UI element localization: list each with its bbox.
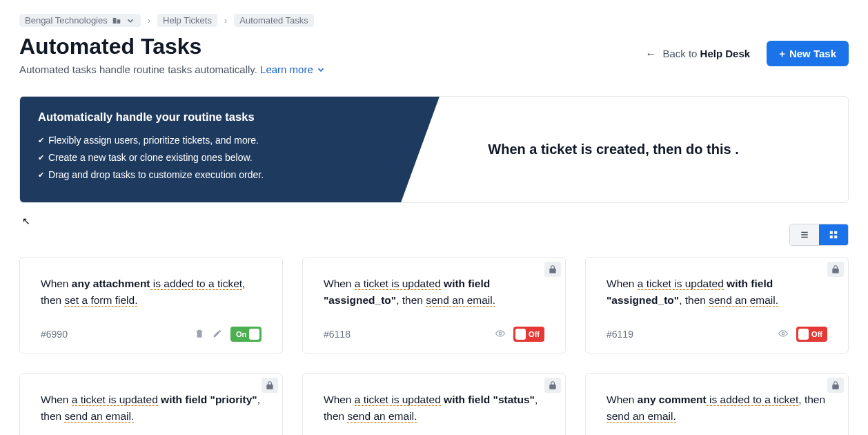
- breadcrumb-separator: ›: [221, 15, 230, 26]
- task-card[interactable]: When a ticket is updated with field "ass…: [302, 257, 566, 354]
- trash-icon[interactable]: [195, 329, 204, 340]
- back-link[interactable]: ← Back to Help Desk: [645, 48, 750, 59]
- grid-icon: [829, 230, 838, 240]
- lock-icon: [544, 378, 561, 393]
- svg-rect-7: [830, 235, 833, 238]
- plus-icon: +: [779, 48, 785, 59]
- task-id: #6118: [324, 329, 351, 340]
- task-description: When a ticket is updated with field "sta…: [324, 392, 544, 425]
- task-card-footer: #6118Off: [324, 327, 544, 342]
- lock-icon: [827, 262, 844, 277]
- task-id: #6990: [41, 329, 68, 340]
- hero-preview-text: When a ticket is created, then do this .: [379, 97, 848, 202]
- org-icon: [112, 16, 121, 26]
- hero-title: Automatically handle your routine tasks: [38, 110, 361, 124]
- svg-point-9: [499, 332, 502, 335]
- svg-rect-6: [834, 231, 837, 234]
- svg-rect-5: [830, 231, 833, 234]
- task-description: When a ticket is updated with field "ass…: [324, 276, 544, 309]
- task-card-footer: #6990On: [41, 327, 262, 342]
- hero-bullet: Drag and drop tasks to customize executi…: [38, 166, 361, 184]
- svg-rect-1: [117, 19, 120, 23]
- grid-view-button[interactable]: [819, 224, 848, 245]
- breadcrumb-org[interactable]: Bengal Technologies: [19, 14, 141, 27]
- breadcrumb-help-tickets[interactable]: Help Tickets: [157, 14, 217, 27]
- task-description: When any attachment is added to a ticket…: [41, 276, 262, 309]
- list-icon: [800, 230, 809, 240]
- svg-rect-0: [113, 17, 117, 23]
- task-actions: Off: [495, 327, 544, 342]
- task-card[interactable]: When a ticket is updated with field "sta…: [302, 373, 566, 435]
- svg-point-10: [782, 332, 785, 335]
- task-description: When any comment is added to a ticket, t…: [606, 392, 827, 425]
- task-description: When a ticket is updated with field "ass…: [606, 276, 827, 309]
- chevron-down-icon: [126, 16, 135, 26]
- eye-icon[interactable]: [495, 329, 505, 340]
- arrow-left-icon: ←: [645, 48, 655, 59]
- hero-bullet: Create a new task or clone existing ones…: [38, 149, 361, 166]
- hero-banner: Automatically handle your routine tasks …: [19, 96, 849, 203]
- task-toggle[interactable]: On: [230, 327, 262, 342]
- breadcrumb: Bengal Technologies › Help Tickets › Aut…: [19, 14, 849, 27]
- task-card[interactable]: When any comment is added to a ticket, t…: [585, 373, 849, 435]
- lock-icon: [827, 378, 844, 393]
- lock-icon: [544, 262, 561, 277]
- task-description: When a ticket is updated with field "pri…: [41, 392, 262, 425]
- task-card[interactable]: When a ticket is updated with field "pri…: [19, 373, 283, 435]
- tasks-grid: When any attachment is added to a ticket…: [19, 257, 849, 435]
- page-title: Automated Tasks: [19, 34, 326, 59]
- task-card[interactable]: When any attachment is added to a ticket…: [19, 257, 283, 354]
- task-toggle[interactable]: Off: [513, 327, 544, 342]
- chevron-down-icon: [316, 65, 326, 75]
- breadcrumb-separator: ›: [145, 15, 153, 26]
- svg-rect-8: [834, 235, 837, 238]
- eye-icon[interactable]: [778, 329, 788, 340]
- hero-bullet: Flexibly assign users, prioritize ticket…: [38, 132, 361, 149]
- task-card[interactable]: When a ticket is updated with field "ass…: [585, 257, 849, 354]
- hero-bullets: Flexibly assign users, prioritize ticket…: [38, 132, 361, 184]
- task-card-footer: #6119Off: [606, 327, 827, 342]
- breadcrumb-org-label: Bengal Technologies: [25, 15, 108, 26]
- page-subtitle: Automated tasks handle routine tasks aut…: [19, 64, 326, 75]
- view-toggle: [789, 224, 849, 246]
- learn-more-link[interactable]: Learn more: [260, 64, 326, 75]
- new-task-button[interactable]: + New Task: [767, 41, 849, 66]
- task-actions: Off: [778, 327, 827, 342]
- task-actions: On: [195, 327, 262, 342]
- breadcrumb-automated-tasks[interactable]: Automated Tasks: [234, 14, 313, 27]
- task-toggle[interactable]: Off: [796, 327, 827, 342]
- task-id: #6119: [606, 329, 633, 340]
- lock-icon: [262, 378, 278, 393]
- edit-icon[interactable]: [213, 329, 222, 340]
- list-view-button[interactable]: [790, 224, 819, 245]
